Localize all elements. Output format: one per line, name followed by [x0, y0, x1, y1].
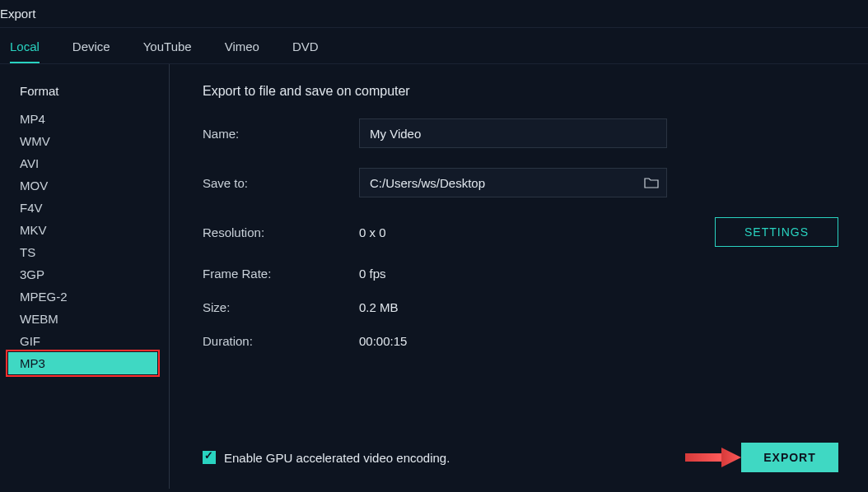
duration-value: 00:00:15 — [359, 334, 407, 348]
tab-device[interactable]: Device — [72, 39, 110, 63]
main-heading: Export to file and save on computer — [203, 84, 838, 99]
format-item-mkv[interactable]: MKV — [0, 219, 169, 241]
framerate-value: 0 fps — [359, 267, 386, 281]
name-label: Name: — [203, 127, 359, 141]
export-button[interactable]: EXPORT — [741, 443, 838, 472]
folder-icon[interactable] — [644, 177, 659, 188]
tab-local[interactable]: Local — [10, 39, 40, 63]
framerate-label: Frame Rate: — [203, 267, 359, 281]
tab-dvd[interactable]: DVD — [292, 39, 319, 63]
resolution-label: Resolution: — [203, 225, 359, 239]
saveto-input[interactable] — [359, 168, 667, 197]
gpu-checkbox-label: Enable GPU accelerated video encoding. — [224, 451, 450, 465]
resolution-value: 0 x 0 — [359, 225, 386, 239]
format-item-mov[interactable]: MOV — [0, 174, 169, 197]
format-item-webm[interactable]: WEBM — [0, 308, 169, 330]
format-item-avi[interactable]: AVI — [0, 152, 169, 174]
size-label: Size: — [203, 300, 359, 314]
saveto-label: Save to: — [203, 176, 359, 190]
tabs-bar: Local Device YouTube Vimeo DVD — [0, 28, 868, 64]
settings-button[interactable]: SETTINGS — [715, 217, 838, 247]
format-item-mp4[interactable]: MP4 — [0, 108, 169, 130]
format-heading: Format — [0, 84, 169, 108]
format-item-3gp[interactable]: 3GP — [0, 263, 169, 285]
size-value: 0.2 MB — [359, 300, 399, 314]
format-item-mp3[interactable]: MP3 — [8, 352, 157, 374]
tab-vimeo[interactable]: Vimeo — [225, 39, 259, 63]
format-item-gif[interactable]: GIF — [0, 330, 169, 352]
duration-label: Duration: — [203, 334, 359, 348]
format-item-mpeg2[interactable]: MPEG-2 — [0, 285, 169, 308]
format-item-ts[interactable]: TS — [0, 241, 169, 263]
main-panel: Export to file and save on computer Name… — [170, 64, 868, 489]
format-item-f4v[interactable]: F4V — [0, 197, 169, 219]
format-sidebar: Format MP4 WMV AVI MOV F4V MKV TS 3GP MP… — [0, 64, 170, 489]
format-item-wmv[interactable]: WMV — [0, 130, 169, 152]
window-title: Export — [0, 0, 868, 28]
name-input[interactable] — [359, 118, 667, 148]
gpu-checkbox[interactable] — [203, 451, 216, 464]
tab-youtube[interactable]: YouTube — [143, 39, 192, 63]
